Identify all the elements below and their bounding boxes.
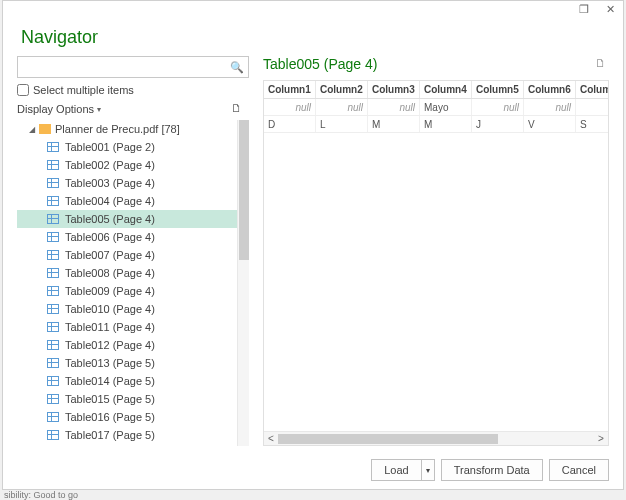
dialog-footer: Load ▾ Transform Data Cancel [371, 459, 609, 481]
preview-grid-wrap: Column1Column2Column3Column4Column5Colum… [263, 80, 609, 446]
scroll-right-icon[interactable]: > [594, 433, 608, 444]
titlebar: ❐ ✕ [3, 1, 623, 23]
table-icon [47, 358, 59, 368]
tree-item[interactable]: Table011 (Page 4) [17, 318, 237, 336]
table-cell: V [524, 116, 576, 132]
table-icon [47, 376, 59, 386]
table-icon [47, 178, 59, 188]
preview-grid[interactable]: Column1Column2Column3Column4Column5Colum… [264, 81, 609, 133]
column-header[interactable]: Column3 [368, 81, 420, 98]
table-row[interactable]: nullnullnullMayonullnull [264, 99, 609, 116]
tree-item-label: Table001 (Page 2) [65, 141, 155, 153]
horizontal-scrollbar[interactable]: < > [264, 431, 608, 445]
tree-item-label: Table017 (Page 5) [65, 429, 155, 441]
tree-item[interactable]: Table018 (Page 5) [17, 444, 237, 446]
display-options-dropdown[interactable]: Display Options ▾ [17, 103, 101, 115]
left-panel: 🔍 Select multiple items Display Options … [17, 56, 249, 446]
table-icon [47, 304, 59, 314]
cancel-button[interactable]: Cancel [549, 459, 609, 481]
select-multiple-checkbox[interactable] [17, 84, 29, 96]
tree-item[interactable]: Table004 (Page 4) [17, 192, 237, 210]
tree-item[interactable]: Table013 (Page 5) [17, 354, 237, 372]
table-icon [47, 232, 59, 242]
tree-view[interactable]: ◢ Planner de Precu.pdf [78] Table001 (Pa… [17, 120, 237, 446]
select-multiple-row[interactable]: Select multiple items [17, 84, 249, 96]
tree-item-label: Table004 (Page 4) [65, 195, 155, 207]
table-icon [47, 286, 59, 296]
folder-icon [39, 124, 51, 134]
preview-title-text: Table005 (Page 4) [263, 56, 377, 72]
tree-item[interactable]: Table002 (Page 4) [17, 156, 237, 174]
column-header[interactable]: Column2 [316, 81, 368, 98]
grid-header: Column1Column2Column3Column4Column5Colum… [264, 81, 609, 99]
tree-item-label: Table016 (Page 5) [65, 411, 155, 423]
tree-item-label: Table014 (Page 5) [65, 375, 155, 387]
scrollbar-thumb[interactable] [239, 120, 249, 260]
tree-item[interactable]: Table012 (Page 4) [17, 336, 237, 354]
column-header[interactable]: Column7 [576, 81, 609, 98]
tree-item[interactable]: Table010 (Page 4) [17, 300, 237, 318]
table-icon [47, 394, 59, 404]
tree-item-label: Table012 (Page 4) [65, 339, 155, 351]
table-cell: null [472, 99, 524, 115]
tree-item[interactable]: Table003 (Page 4) [17, 174, 237, 192]
table-icon [47, 340, 59, 350]
tree-item-label: Table006 (Page 4) [65, 231, 155, 243]
tree-item-label: Table002 (Page 4) [65, 159, 155, 171]
table-icon [47, 322, 59, 332]
table-icon [47, 268, 59, 278]
display-options-row: Display Options ▾ 🗋 [17, 102, 249, 116]
load-button-group: Load ▾ [371, 459, 434, 481]
column-header[interactable]: Column6 [524, 81, 576, 98]
tree-item[interactable]: Table009 (Page 4) [17, 282, 237, 300]
scroll-left-icon[interactable]: < [264, 433, 278, 444]
search-box[interactable]: 🔍 [17, 56, 249, 78]
tree-item[interactable]: Table006 (Page 4) [17, 228, 237, 246]
dialog-title: Navigator [21, 27, 605, 48]
table-icon [47, 430, 59, 440]
tree-item[interactable]: Table017 (Page 5) [17, 426, 237, 444]
scroll-track[interactable] [278, 434, 594, 444]
search-icon[interactable]: 🔍 [230, 61, 244, 74]
column-header[interactable]: Column5 [472, 81, 524, 98]
column-header[interactable]: Column4 [420, 81, 472, 98]
copy-icon[interactable]: 🗋 [595, 57, 609, 71]
table-icon [47, 250, 59, 260]
table-icon [47, 196, 59, 206]
load-dropdown-button[interactable]: ▾ [422, 459, 435, 481]
table-icon [47, 412, 59, 422]
tree-item[interactable]: Table005 (Page 4) [17, 210, 237, 228]
column-header[interactable]: Column1 [264, 81, 316, 98]
tree-item[interactable]: Table008 (Page 4) [17, 264, 237, 282]
tree-item-label: Table011 (Page 4) [65, 321, 155, 333]
table-cell: null [524, 99, 576, 115]
table-cell: null [264, 99, 316, 115]
tree-item[interactable]: Table016 (Page 5) [17, 408, 237, 426]
tree-wrap: ◢ Planner de Precu.pdf [78] Table001 (Pa… [17, 120, 249, 446]
table-cell: L [316, 116, 368, 132]
table-cell: J [472, 116, 524, 132]
table-cell: D [264, 116, 316, 132]
refresh-icon[interactable]: 🗋 [231, 102, 245, 116]
close-icon[interactable]: ✕ [603, 3, 617, 21]
table-icon [47, 142, 59, 152]
tree-item[interactable]: Table007 (Page 4) [17, 246, 237, 264]
tree-item[interactable]: Table014 (Page 5) [17, 372, 237, 390]
caret-down-icon[interactable]: ◢ [29, 125, 35, 134]
tree-scrollbar[interactable] [237, 120, 249, 446]
tree-root-node[interactable]: ◢ Planner de Precu.pdf [78] [17, 120, 237, 138]
tree-item-label: Table003 (Page 4) [65, 177, 155, 189]
tree-item-label: Table005 (Page 4) [65, 213, 155, 225]
search-input[interactable] [22, 58, 230, 76]
maximize-icon[interactable]: ❐ [577, 3, 591, 21]
table-cell: Mayo [420, 99, 472, 115]
tree-item[interactable]: Table015 (Page 5) [17, 390, 237, 408]
dialog-header: Navigator [3, 23, 623, 56]
tree-item-label: Table013 (Page 5) [65, 357, 155, 369]
load-button[interactable]: Load [371, 459, 421, 481]
table-row[interactable]: DLMMJVS [264, 116, 609, 133]
table-icon [47, 160, 59, 170]
tree-item[interactable]: Table001 (Page 2) [17, 138, 237, 156]
transform-data-button[interactable]: Transform Data [441, 459, 543, 481]
scroll-thumb[interactable] [278, 434, 498, 444]
